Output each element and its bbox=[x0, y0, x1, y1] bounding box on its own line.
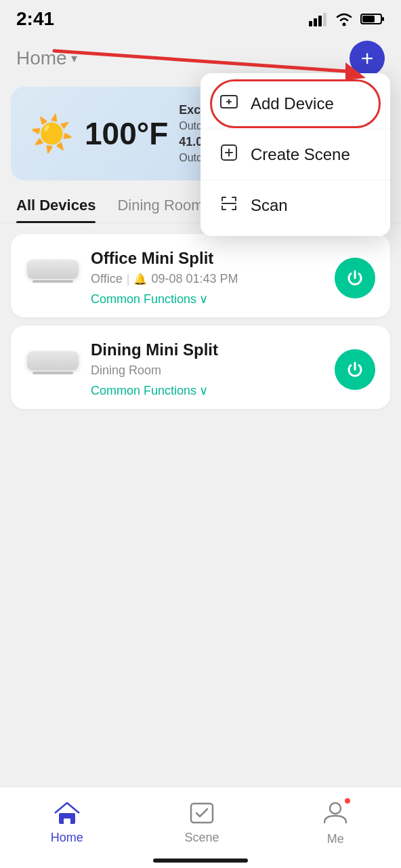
svg-point-6 bbox=[343, 23, 346, 26]
tab-all-devices[interactable]: All Devices bbox=[16, 197, 96, 222]
device-info-office-mini-split: Office Mini Split Office | 🔔 09-08 01:43… bbox=[91, 249, 324, 307]
tab-dining-room[interactable]: Dining Room bbox=[117, 197, 203, 222]
create-scene-label: Create Scene bbox=[251, 145, 350, 164]
device-info-dining-mini-split: Dining Mini Split Dining Room Common Fun… bbox=[91, 340, 324, 398]
dropdown-menu: Add Device Create Scene Scan bbox=[200, 73, 390, 236]
add-button[interactable]: + bbox=[350, 41, 385, 76]
svg-rect-18 bbox=[64, 818, 70, 824]
nav-label-home: Home bbox=[51, 831, 83, 845]
weather-temperature: 100°F bbox=[85, 115, 168, 152]
ac-unit-icon bbox=[27, 260, 79, 279]
create-scene-icon bbox=[219, 143, 238, 166]
device-card-dining-mini-split[interactable]: Dining Mini Split Dining Room Common Fun… bbox=[11, 326, 390, 409]
home-chevron-icon: ▾ bbox=[71, 51, 77, 66]
home-bar-indicator bbox=[153, 859, 248, 863]
me-badge-container bbox=[320, 798, 350, 828]
nav-label-scene: Scene bbox=[184, 831, 219, 845]
battery-icon bbox=[360, 12, 385, 26]
power-icon-office bbox=[345, 268, 365, 288]
scan-icon bbox=[219, 194, 238, 217]
svg-point-20 bbox=[330, 803, 341, 814]
nav-item-home[interactable]: Home bbox=[51, 800, 83, 845]
device-image-dining-mini-split bbox=[26, 340, 80, 381]
svg-rect-5 bbox=[323, 13, 326, 26]
dropdown-create-scene[interactable]: Create Scene bbox=[200, 130, 390, 180]
power-button-dining-mini-split[interactable] bbox=[335, 349, 375, 390]
status-time: 2:41 bbox=[16, 8, 54, 30]
nav-item-me[interactable]: Me bbox=[320, 798, 350, 846]
dropdown-scan[interactable]: Scan bbox=[200, 180, 390, 231]
scene-nav-icon bbox=[187, 800, 217, 827]
add-device-icon bbox=[219, 92, 238, 115]
status-icons bbox=[309, 12, 385, 26]
device-name-office-mini-split: Office Mini Split bbox=[91, 249, 324, 268]
dropdown-add-device[interactable]: Add Device bbox=[200, 79, 390, 130]
device-name-dining-mini-split: Dining Mini Split bbox=[91, 340, 324, 359]
common-functions-dining-mini-split[interactable]: Common Functions ∨ bbox=[91, 383, 324, 398]
nav-label-me: Me bbox=[327, 832, 344, 846]
status-bar: 2:41 bbox=[0, 0, 401, 35]
nav-item-scene[interactable]: Scene bbox=[184, 800, 219, 845]
device-location-office-mini-split: Office | 🔔 09-08 01:43 PM bbox=[91, 272, 324, 286]
svg-rect-3 bbox=[314, 18, 317, 26]
bell-icon: 🔔 bbox=[133, 273, 147, 285]
bottom-nav: Home Scene Me bbox=[0, 787, 401, 868]
home-label-text: Home bbox=[16, 47, 67, 69]
device-card-office-mini-split[interactable]: Office Mini Split Office | 🔔 09-08 01:43… bbox=[11, 234, 390, 317]
power-icon-dining bbox=[345, 359, 365, 380]
power-button-office-mini-split[interactable] bbox=[335, 258, 375, 298]
svg-rect-19 bbox=[191, 804, 213, 823]
add-device-label: Add Device bbox=[251, 94, 334, 113]
scan-label: Scan bbox=[251, 196, 288, 215]
device-location-dining-mini-split: Dining Room bbox=[91, 363, 324, 378]
device-list: Office Mini Split Office | 🔔 09-08 01:43… bbox=[0, 223, 401, 420]
svg-rect-8 bbox=[362, 16, 375, 22]
common-functions-office-mini-split[interactable]: Common Functions ∨ bbox=[91, 292, 324, 307]
ac-unit-icon-2 bbox=[27, 351, 79, 370]
weather-sun-icon: ☀️ bbox=[30, 116, 74, 151]
signal-icon bbox=[309, 12, 328, 26]
wifi-icon bbox=[335, 12, 354, 26]
svg-rect-2 bbox=[309, 21, 312, 26]
device-image-office-mini-split bbox=[26, 249, 80, 290]
plus-icon: + bbox=[361, 47, 374, 69]
home-label-container[interactable]: Home ▾ bbox=[16, 47, 77, 69]
svg-rect-9 bbox=[382, 17, 384, 21]
svg-rect-4 bbox=[318, 16, 322, 26]
home-nav-icon bbox=[52, 800, 82, 827]
me-notification-dot bbox=[343, 797, 352, 805]
